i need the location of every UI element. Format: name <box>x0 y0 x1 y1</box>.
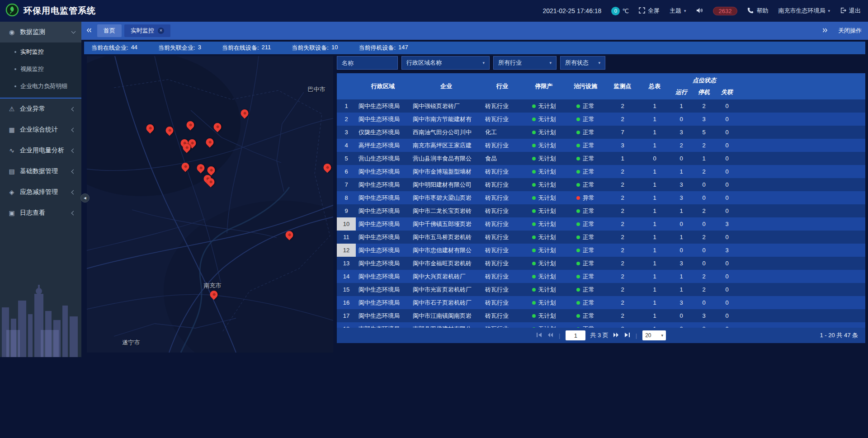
table-row[interactable]: 3仪陇生态环境局西南油气田分公司川中化工无计划正常71350 <box>337 126 865 139</box>
name-filter-input[interactable] <box>337 56 398 70</box>
map-pin[interactable] <box>185 119 196 130</box>
map-panel[interactable]: 巴中市南充市遂宁市 <box>87 56 333 353</box>
cell-company: 阆中市金博瑞新型墙材 <box>410 165 482 178</box>
theme-dropdown[interactable]: 主题 ▾ <box>670 7 686 15</box>
row-index: 17 <box>337 309 356 322</box>
sidebar-submenu-item[interactable]: 实时监控 <box>0 43 81 61</box>
table-row[interactable]: 11阆中生态环境局阆中市五马桥页岩机砖砖瓦行业无计划正常21120 <box>337 231 865 244</box>
table-row[interactable]: 2阆中生态环境局阆中市南方节能建材有砖瓦行业无计划正常21030 <box>337 113 865 126</box>
status-text: 正常 <box>583 155 594 163</box>
table-row[interactable]: 15阆中生态环境局阆中市光富页岩机砖厂砖瓦行业无计划正常21120 <box>337 283 865 296</box>
map-pin[interactable] <box>204 137 215 147</box>
table-row[interactable]: 5营山生态环境局营山县润丰食品有限公食品无计划正常10010 <box>337 152 865 165</box>
sidebar-submenu: 实时监控视频监控企业电力负荷明细 <box>0 42 81 99</box>
table-row[interactable]: 8阆中生态环境局阆中市枣碧大梁山页岩砖瓦行业无计划异常21300 <box>337 191 865 204</box>
first-page-button[interactable] <box>536 332 542 339</box>
tabbar-right: 关闭操作 <box>821 27 862 35</box>
chevron-down-icon: ▾ <box>598 61 600 65</box>
table-row[interactable]: 6阆中生态环境局阆中市金博瑞新型墙材砖瓦行业无计划正常21120 <box>337 165 865 178</box>
cell-meter: 1 <box>640 257 670 270</box>
alarm-count-badge[interactable]: 2632 <box>713 7 738 15</box>
sidebar-menu-item[interactable]: ▤基础数据管理 <box>0 161 81 182</box>
page-size-select[interactable]: 20 ▾ <box>642 330 666 340</box>
org-dropdown[interactable]: 南充市生态环境局 ▾ <box>778 7 830 15</box>
map-pin[interactable] <box>208 289 219 300</box>
map-pin[interactable] <box>239 108 250 118</box>
sidebar-collapse-button[interactable]: ◄ <box>80 193 90 203</box>
status-dot <box>576 235 580 239</box>
status-filter-select[interactable]: 所有状态 ▾ <box>560 56 605 70</box>
page-number-input[interactable] <box>566 330 585 340</box>
table-row[interactable]: 9阆中生态环境局阆中市二龙长宝页岩砖砖瓦行业无计划正常21120 <box>337 204 865 217</box>
map-pin[interactable] <box>284 229 295 240</box>
map-pin[interactable] <box>180 161 191 172</box>
sidebar-menu-item[interactable]: ◉数据监测 <box>0 22 81 42</box>
cell-region: 南部生态环境局 <box>356 322 410 328</box>
sidebar-menu-item[interactable]: ▣日志查看 <box>0 203 81 223</box>
table-row[interactable]: 13阆中生态环境局阆中市金福旺页岩机砖砖瓦行业无计划正常21300 <box>337 257 865 270</box>
row-index: 11 <box>337 231 356 244</box>
row-index: 13 <box>337 257 356 270</box>
table-row[interactable]: 12阆中生态环境局阆中市忠信建材有限公砖瓦行业无计划正常21003 <box>337 244 865 257</box>
last-page-button[interactable] <box>624 332 630 339</box>
status-text: 无计划 <box>538 299 556 307</box>
fullscreen-button[interactable]: 全屏 <box>639 7 660 15</box>
table-row[interactable]: 17阆中生态环境局阆中市江南镇阆南页岩砖瓦行业无计划正常21030 <box>337 309 865 322</box>
industry-filter-select[interactable]: 所有行业 ▾ <box>493 56 557 70</box>
cell-run: 3 <box>670 191 693 204</box>
map-pin[interactable] <box>145 122 156 133</box>
cell-halt: 0 <box>693 257 715 270</box>
sidebar-menu-item[interactable]: ◈应急减排管理 <box>0 182 81 203</box>
map-pin[interactable] <box>164 125 175 136</box>
filter-bar: 行政区域名称 ▾ 所有行业 ▾ 所有状态 ▾ <box>337 56 865 70</box>
cell-meter: 0 <box>640 152 670 165</box>
tab-realtime-monitor[interactable]: 实时监控 × <box>124 24 170 37</box>
map-pin[interactable] <box>322 162 333 173</box>
alarm-speaker-button[interactable] <box>696 7 703 15</box>
map-pin[interactable] <box>206 165 217 175</box>
help-button[interactable]: 帮助 <box>747 7 768 15</box>
cell-lost: 0 <box>715 204 739 217</box>
table-row[interactable]: 1阆中生态环境局阆中强锐页岩砖厂砖瓦行业无计划正常21120 <box>337 99 865 113</box>
record-range-label: 1 - 20 共 47 条 <box>820 331 858 339</box>
table-row[interactable]: 16阆中生态环境局阆中市石子页岩机砖厂砖瓦行业无计划正常21300 <box>337 296 865 309</box>
cell-region: 阆中生态环境局 <box>356 165 410 178</box>
region-filter-select[interactable]: 行政区域名称 ▾ <box>401 56 490 70</box>
cell-stop-status: 无计划 <box>522 217 566 231</box>
map-pin[interactable] <box>212 121 223 132</box>
cell-lost: 0 <box>715 165 739 178</box>
status-text: 无计划 <box>538 312 556 320</box>
sidebar-menu-item[interactable]: ∿企业用电量分析 <box>0 140 81 161</box>
menu-label: 日志查看 <box>20 209 72 217</box>
cell-industry: 砖瓦行业 <box>482 270 522 283</box>
stat-label: 当前失联设备: <box>292 44 329 52</box>
cell-meter: 1 <box>640 165 670 178</box>
status-text: 无计划 <box>538 246 556 254</box>
tabs-scroll-left-button[interactable] <box>86 27 93 35</box>
table-row[interactable]: 18南部生态环境局南部县双佛建材有限公砖瓦行业无计划正常21030 <box>337 322 865 328</box>
table-row[interactable]: 10阆中生态环境局阆中千佛镇五郎垭页岩砖瓦行业无计划正常21003 <box>337 217 865 231</box>
status-text: 无计划 <box>538 102 556 110</box>
map-pin[interactable] <box>195 162 206 173</box>
logout-button[interactable]: 退出 <box>840 7 861 15</box>
sidebar-menu-item[interactable]: ⚠企业异常 <box>0 99 81 119</box>
tabs-scroll-right-button[interactable] <box>821 27 828 35</box>
close-operations-button[interactable]: 关闭操作 <box>838 27 862 35</box>
cell-stop-status: 无计划 <box>522 283 566 296</box>
chevron-icon <box>71 107 76 111</box>
tab-home[interactable]: 首页 <box>97 24 122 37</box>
table-row[interactable]: 4高坪生态环境局南充市高坪区王家店建砖瓦行业无计划正常31220 <box>337 139 865 152</box>
table-row[interactable]: 14阆中生态环境局阆中大兴页岩机砖厂砖瓦行业无计划正常21120 <box>337 270 865 283</box>
next-page-button[interactable] <box>613 332 619 339</box>
cell-halt: 2 <box>693 283 715 296</box>
cell-run: 1 <box>670 204 693 217</box>
sidebar-submenu-item[interactable]: 企业电力负荷明细 <box>0 78 81 95</box>
sidebar-menu-item[interactable]: ▦企业综合统计 <box>0 119 81 140</box>
table-row[interactable]: 7阆中生态环境局阆中明阳建材有限公司砖瓦行业无计划正常21300 <box>337 178 865 191</box>
sidebar-submenu-item[interactable]: 视频监控 <box>0 61 81 78</box>
status-dot <box>532 104 536 108</box>
cell-run: 1 <box>670 231 693 244</box>
chevron-icon <box>71 169 76 174</box>
prev-page-button[interactable] <box>547 332 553 339</box>
close-tab-icon[interactable]: × <box>158 28 164 34</box>
